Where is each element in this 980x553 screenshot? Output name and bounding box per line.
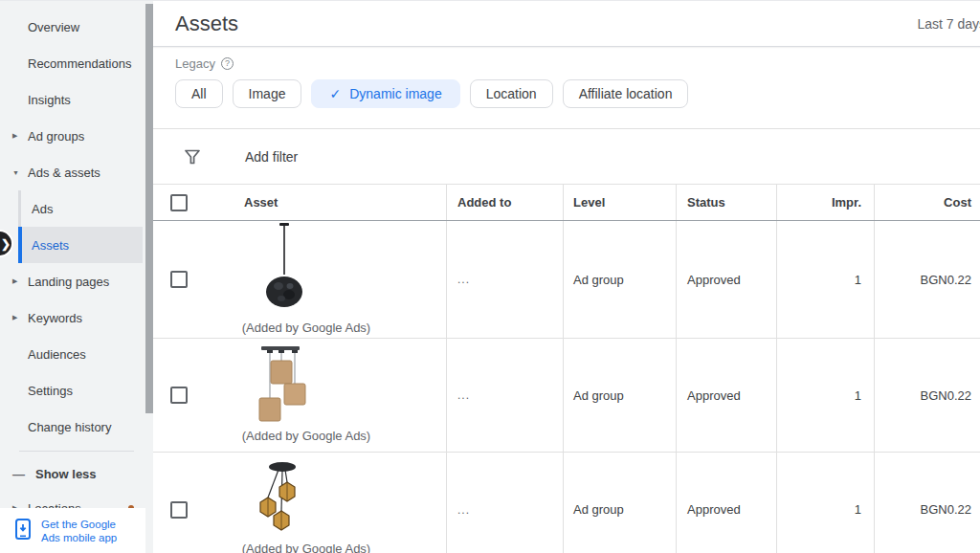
chip-image[interactable]: Image xyxy=(233,79,302,108)
chip-location[interactable]: Location xyxy=(470,79,553,108)
filter-funnel-icon[interactable] xyxy=(184,148,201,166)
asset-caption: (Added by Google Ads) xyxy=(242,429,370,443)
sidebar-item-label: Landing pages xyxy=(28,275,109,289)
sidebar-item-recommendations[interactable]: Recommendations xyxy=(0,45,153,81)
table-row: (Added by Google Ads) ... Ad group Appro… xyxy=(153,453,980,553)
sidebar-item-ad-groups[interactable]: ▶ Ad groups xyxy=(0,118,153,154)
cost-cell: BGN0.22 xyxy=(874,339,980,452)
sidebar-item-label: Change history xyxy=(28,420,111,434)
sidebar-item-label: Ad groups xyxy=(28,129,84,144)
sidebar-item-label: Insights xyxy=(28,93,71,107)
chevron-right-icon: ❯ xyxy=(1,237,11,251)
sidebar-scrollbar-thumb[interactable] xyxy=(145,4,153,413)
chevron-down-icon: ▼ xyxy=(12,169,19,176)
asset-image-black-sphere-pendant-lamp xyxy=(254,223,315,315)
row-checkbox-cell xyxy=(153,453,215,553)
asset-caption: (Added by Google Ads) xyxy=(242,542,370,553)
legacy-row: Legacy ? xyxy=(175,55,980,71)
sidebar-item-label: Assets xyxy=(32,238,69,253)
table-row: (Added by Google Ads) ... Ad group Appro… xyxy=(153,221,980,339)
filter-bar: Add filter xyxy=(153,129,980,184)
sidebar-scrollbar[interactable] xyxy=(145,1,153,553)
asset-type-filter-chips: All Image ✓ Dynamic image Location Affil… xyxy=(175,79,980,108)
check-icon: ✓ xyxy=(329,86,341,101)
navigation-sidebar: Overview Recommendations Insights ▶ Ad g… xyxy=(0,0,153,553)
chip-label: Affiliate location xyxy=(579,86,673,101)
page-title: Assets xyxy=(175,11,238,36)
asset-caption: (Added by Google Ads) xyxy=(242,321,370,335)
column-header-cost[interactable]: Cost xyxy=(874,185,980,220)
added-to-cell: ... xyxy=(446,221,563,338)
sidebar-nav: Overview Recommendations Insights ▶ Ad g… xyxy=(0,1,153,526)
sidebar-divider xyxy=(19,451,134,452)
assets-table: Asset Added to Level Status Impr. Cost xyxy=(153,184,980,553)
status-cell: Approved xyxy=(676,453,776,553)
asset-content: (Added by Google Ads) xyxy=(230,346,383,445)
chip-label: Dynamic image xyxy=(349,86,441,101)
google-ads-assets-screen: Overview Recommendations Insights ▶ Ad g… xyxy=(0,0,980,553)
date-range-selector[interactable]: Last 7 days xyxy=(917,16,980,32)
chip-dynamic-image[interactable]: ✓ Dynamic image xyxy=(311,79,459,108)
chevron-right-icon: ▶ xyxy=(12,132,17,140)
sidebar-item-change-history[interactable]: Change history xyxy=(0,409,153,445)
row-checkbox[interactable] xyxy=(170,501,188,519)
sidebar-item-label: Keywords xyxy=(28,311,82,325)
mobile-app-promo-link[interactable]: Get the Google Ads mobile app xyxy=(0,508,145,553)
mobile-app-promo-label: Get the Google Ads mobile app xyxy=(41,518,133,544)
show-less-label: Show less xyxy=(35,467,97,481)
asset-cell: (Added by Google Ads) xyxy=(215,453,446,553)
cost-cell: BGN0.22 xyxy=(874,221,980,338)
asset-image-three-cage-pendant-lamp xyxy=(254,461,315,536)
column-header-level[interactable]: Level xyxy=(563,185,676,220)
show-less-button[interactable]: — Show less xyxy=(0,457,153,490)
asset-image-three-drum-pendant-lamp xyxy=(254,346,315,423)
sidebar-item-overview[interactable]: Overview xyxy=(0,9,153,45)
asset-cell: (Added by Google Ads) xyxy=(215,339,446,452)
asset-content: (Added by Google Ads) xyxy=(230,461,383,553)
column-header-added-to[interactable]: Added to xyxy=(446,185,563,220)
page-header: Assets Last 7 days xyxy=(153,1,980,47)
row-checkbox[interactable] xyxy=(170,387,188,404)
column-header-impr[interactable]: Impr. xyxy=(776,185,874,220)
help-icon[interactable]: ? xyxy=(221,57,234,70)
chevron-right-icon: ▶ xyxy=(12,314,17,321)
sidebar-item-label: Overview xyxy=(28,20,79,34)
status-cell: Approved xyxy=(676,339,776,452)
impressions-cell: 1 xyxy=(776,221,874,338)
add-filter-button[interactable]: Add filter xyxy=(245,149,298,165)
sidebar-item-landing-pages[interactable]: ▶ Landing pages xyxy=(0,263,153,299)
level-cell: Ad group xyxy=(563,339,676,452)
cost-cell: BGN0.22 xyxy=(874,453,980,553)
sidebar-item-label: Settings xyxy=(28,384,73,398)
sidebar-item-label: Recommendations xyxy=(28,56,131,71)
sidebar-item-audiences[interactable]: Audiences xyxy=(0,336,153,372)
main-content: Assets Last 7 days Legacy ? All Image ✓ … xyxy=(153,0,980,553)
column-header-status[interactable]: Status xyxy=(676,185,776,220)
row-checkbox[interactable] xyxy=(170,271,188,288)
sidebar-item-label: Audiences xyxy=(28,347,86,362)
sidebar-item-keywords[interactable]: ▶ Keywords xyxy=(0,299,153,336)
sidebar-item-ads-and-assets[interactable]: ▼ Ads & assets xyxy=(0,154,153,190)
select-all-checkbox[interactable] xyxy=(170,194,188,211)
row-checkbox-cell xyxy=(153,221,215,338)
status-cell: Approved xyxy=(676,221,776,338)
header-checkbox-cell xyxy=(153,185,215,220)
sidebar-item-settings[interactable]: Settings xyxy=(0,372,153,409)
sidebar-item-assets[interactable]: Assets xyxy=(18,227,143,263)
sidebar-item-label: Ads xyxy=(32,202,53,216)
minus-icon: — xyxy=(12,467,25,481)
asset-cell: (Added by Google Ads) xyxy=(215,221,446,338)
sidebar-item-insights[interactable]: Insights xyxy=(0,81,153,118)
level-cell: Ad group xyxy=(563,453,676,553)
chip-all[interactable]: All xyxy=(175,79,223,108)
chip-label: Location xyxy=(486,86,537,101)
added-to-cell: ... xyxy=(446,453,563,553)
chip-affiliate-location[interactable]: Affiliate location xyxy=(563,79,689,108)
chip-label: All xyxy=(191,86,207,101)
added-to-cell: ... xyxy=(446,339,563,452)
chevron-right-icon: ▶ xyxy=(12,277,17,285)
column-header-asset[interactable]: Asset xyxy=(215,185,446,220)
sidebar-item-ads[interactable]: Ads xyxy=(18,190,143,227)
sidebar-item-label: Ads & assets xyxy=(28,166,100,180)
asset-content: (Added by Google Ads) xyxy=(230,223,383,337)
